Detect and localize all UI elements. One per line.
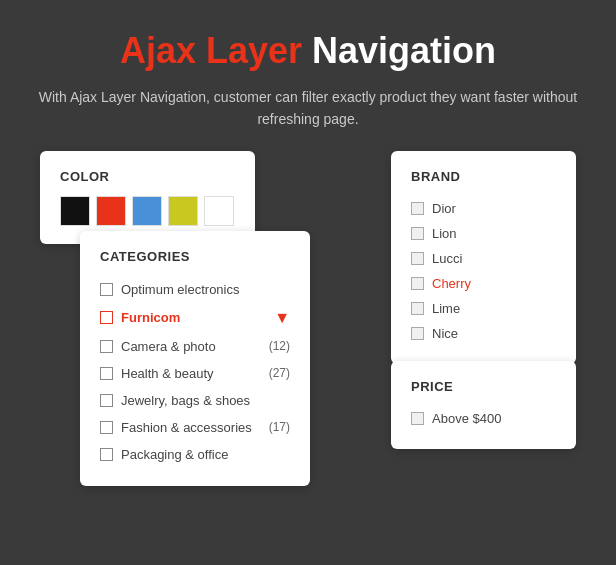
swatch-red[interactable] — [96, 196, 126, 226]
cards-area: COLOR CATEGORIES Optimum electronics Fur… — [20, 151, 596, 511]
brand-label-cherry: Cherry — [432, 276, 471, 291]
brand-checkbox[interactable] — [411, 327, 424, 340]
price-card: PRICE Above $400 — [391, 361, 576, 449]
categories-card-title: CATEGORIES — [100, 249, 290, 264]
price-list: Above $400 — [411, 406, 556, 431]
category-label: Fashion & accessories — [121, 420, 265, 435]
price-checkbox[interactable] — [411, 412, 424, 425]
category-checkbox[interactable] — [100, 311, 113, 324]
list-item[interactable]: Packaging & office — [100, 441, 290, 468]
category-count: (12) — [269, 339, 290, 353]
list-item[interactable]: Cherry — [411, 271, 556, 296]
page-title: Ajax Layer Navigation — [20, 30, 596, 72]
brand-label: Lucci — [432, 251, 462, 266]
categories-card: CATEGORIES Optimum electronics Furnicom … — [80, 231, 310, 486]
brand-label: Nice — [432, 326, 458, 341]
list-item[interactable]: Optimum electronics — [100, 276, 290, 303]
category-count: (17) — [269, 420, 290, 434]
list-item[interactable]: Furnicom ▼ — [100, 303, 290, 333]
brand-checkbox[interactable] — [411, 227, 424, 240]
category-checkbox[interactable] — [100, 421, 113, 434]
brand-card-title: BRAND — [411, 169, 556, 184]
swatch-yellow[interactable] — [168, 196, 198, 226]
list-item[interactable]: Lime — [411, 296, 556, 321]
category-label: Packaging & office — [121, 447, 290, 462]
category-checkbox[interactable] — [100, 394, 113, 407]
brand-label: Dior — [432, 201, 456, 216]
page-header: Ajax Layer Navigation With Ajax Layer Na… — [20, 30, 596, 131]
list-item[interactable]: Jewelry, bags & shoes — [100, 387, 290, 414]
brand-checkbox[interactable] — [411, 252, 424, 265]
brand-checkbox[interactable] — [411, 277, 424, 290]
swatch-blue[interactable] — [132, 196, 162, 226]
price-label: Above $400 — [432, 411, 501, 426]
category-label: Health & beauty — [121, 366, 265, 381]
brand-label: Lion — [432, 226, 457, 241]
categories-list: Optimum electronics Furnicom ▼ Camera & … — [100, 276, 290, 468]
brand-list: Dior Lion Lucci Cherry Lime Nice — [411, 196, 556, 346]
list-item[interactable]: Nice — [411, 321, 556, 346]
list-item[interactable]: Camera & photo (12) — [100, 333, 290, 360]
list-item[interactable]: Above $400 — [411, 406, 556, 431]
brand-checkbox[interactable] — [411, 302, 424, 315]
color-card-title: COLOR — [60, 169, 235, 184]
swatch-black[interactable] — [60, 196, 90, 226]
color-swatches — [60, 196, 235, 226]
page-description: With Ajax Layer Navigation, customer can… — [20, 86, 596, 131]
title-red: Ajax Layer — [120, 30, 302, 71]
category-arrow-icon: ▼ — [274, 309, 290, 327]
list-item[interactable]: Dior — [411, 196, 556, 221]
category-checkbox[interactable] — [100, 340, 113, 353]
category-checkbox[interactable] — [100, 367, 113, 380]
swatch-white[interactable] — [204, 196, 234, 226]
brand-label: Lime — [432, 301, 460, 316]
category-count: (27) — [269, 366, 290, 380]
color-card: COLOR — [40, 151, 255, 244]
list-item[interactable]: Lion — [411, 221, 556, 246]
brand-checkbox[interactable] — [411, 202, 424, 215]
category-checkbox[interactable] — [100, 448, 113, 461]
category-checkbox[interactable] — [100, 283, 113, 296]
brand-card: BRAND Dior Lion Lucci Cherry Lime — [391, 151, 576, 364]
category-label: Optimum electronics — [121, 282, 290, 297]
category-label: Camera & photo — [121, 339, 265, 354]
price-card-title: PRICE — [411, 379, 556, 394]
list-item[interactable]: Fashion & accessories (17) — [100, 414, 290, 441]
category-label: Jewelry, bags & shoes — [121, 393, 290, 408]
title-white: Navigation — [312, 30, 496, 71]
list-item[interactable]: Health & beauty (27) — [100, 360, 290, 387]
category-label-active: Furnicom — [121, 310, 270, 325]
list-item[interactable]: Lucci — [411, 246, 556, 271]
